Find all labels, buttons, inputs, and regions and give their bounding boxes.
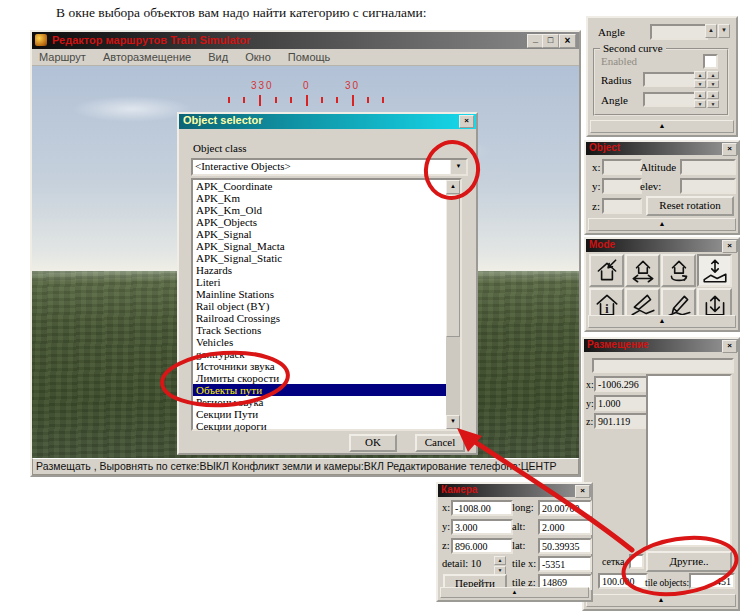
object-class-item[interactable]: Лимиты скорости — [193, 372, 446, 384]
list-scrollbar[interactable]: ▲ ▼ — [446, 180, 460, 429]
placement-y-field[interactable]: 1.000 — [594, 395, 650, 411]
object-class-item[interactable]: APK_Signal_Macta — [193, 240, 446, 252]
reset-rotation-button[interactable]: Reset rotation — [646, 196, 734, 216]
compass-label: 30 — [345, 80, 360, 91]
object-class-item[interactable]: APK_Km — [193, 192, 446, 204]
spinner-up-button[interactable]: ▲ — [494, 556, 506, 565]
lat-field[interactable]: 50.39935 — [538, 538, 592, 554]
collapse-button[interactable]: ▲ — [588, 315, 736, 328]
collapse-button[interactable]: ▲ — [590, 120, 734, 133]
spinner-up-button[interactable]: ▲ — [707, 71, 719, 79]
scroll-thumb[interactable] — [446, 195, 460, 337]
app-titlebar[interactable]: Редактор маршрутов Train Simulator _ □ × — [32, 32, 579, 49]
object-class-item[interactable]: APK_Signal_Static — [193, 252, 446, 264]
menu-item-view[interactable]: Вид — [201, 49, 235, 65]
mode-panel-titlebar[interactable]: Mode × — [586, 239, 738, 252]
mode-adjust-height-button[interactable] — [697, 254, 732, 287]
camera-panel-close-icon[interactable]: × — [575, 485, 590, 498]
mode-panel-close-icon[interactable]: × — [722, 240, 737, 253]
spinner-up-button[interactable]: ▲ — [694, 91, 706, 99]
compass-label: 0 — [303, 80, 311, 91]
collapse-button[interactable]: ▲ — [586, 594, 736, 607]
object-class-item[interactable]: Track Sections — [193, 324, 446, 336]
menu-item-autoplace[interactable]: Авторазмещение — [96, 49, 198, 65]
camera-y-field[interactable]: 3.000 — [451, 519, 513, 535]
menu-item-window[interactable]: Окно — [238, 49, 278, 65]
angle-input[interactable] — [650, 24, 708, 40]
move-object-icon — [629, 257, 657, 285]
altitude-field[interactable] — [680, 159, 736, 175]
object-class-item[interactable]: Источники звука — [193, 360, 446, 372]
spinner-down-button[interactable]: ▼ — [694, 80, 706, 88]
object-y-field[interactable] — [602, 178, 642, 194]
object-panel-titlebar[interactable]: Object × — [586, 142, 738, 155]
elev-field[interactable] — [680, 178, 736, 194]
spinner-up-button[interactable]: ▲ — [705, 24, 717, 38]
menu-item-route[interactable]: Маршрут — [32, 49, 93, 65]
object-z-field[interactable] — [602, 198, 642, 214]
placement-list[interactable] — [646, 374, 732, 547]
object-class-item[interactable]: APK_Coordinate — [193, 180, 446, 192]
mode-move-object-button[interactable] — [625, 254, 660, 287]
alt-field[interactable]: 2.000 — [538, 519, 592, 535]
object-class-item[interactable]: Vehicles — [193, 336, 446, 348]
combo-dropdown-button[interactable]: ▼ — [450, 159, 467, 175]
object-class-item[interactable]: Hazards — [193, 264, 446, 276]
placement-x-field[interactable]: -1006.296 — [594, 376, 650, 392]
camera-panel-titlebar[interactable]: Камера × — [438, 484, 591, 497]
grid-step-field[interactable]: 100.000 — [598, 573, 648, 589]
object-class-item[interactable]: Секции Пути — [193, 408, 446, 420]
camera-x-field[interactable]: -1008.00 — [451, 500, 513, 516]
object-panel-close-icon[interactable]: × — [722, 143, 737, 156]
spinner-down-button[interactable]: ▼ — [707, 80, 719, 88]
angle2-label: Angle — [601, 94, 628, 106]
object-class-list[interactable]: APK_Coordinate APK_Km APK_Km_Old APK_Obj… — [191, 178, 462, 431]
collapse-button[interactable]: ▲ — [588, 218, 736, 231]
close-button[interactable]: × — [559, 34, 576, 48]
object-class-item[interactable]: gantrypack — [193, 348, 446, 360]
object-class-item[interactable]: Регионы звука — [193, 396, 446, 408]
mode-place-object-button[interactable] — [589, 254, 624, 287]
dialog-titlebar[interactable]: Object selector × — [179, 114, 476, 129]
spinner-up-button[interactable]: ▲ — [694, 71, 706, 79]
object-class-item-selected[interactable]: Объекты пути — [193, 384, 446, 396]
object-class-item[interactable]: Railroad Crossings — [193, 312, 446, 324]
camera-panel: Камера × x: -1008.00 long: 20.00700 y: 3… — [436, 482, 593, 602]
placement-z-field[interactable]: 901.119 — [594, 413, 650, 429]
angle2-input[interactable] — [643, 92, 697, 107]
long-field[interactable]: 20.00700 — [538, 500, 592, 516]
dialog-close-icon[interactable]: × — [459, 115, 474, 128]
grid-checkbox[interactable] — [629, 554, 644, 569]
placement-name-field[interactable] — [592, 358, 734, 373]
others-button[interactable]: Другие.. — [646, 551, 732, 572]
spinner-down-button[interactable]: ▼ — [718, 24, 730, 38]
mode-rotate-object-button[interactable] — [661, 254, 696, 287]
object-class-item[interactable]: Literi — [193, 276, 446, 288]
page-caption: В окне выбора объектов вам надо найти ка… — [56, 5, 427, 21]
radius-input[interactable] — [643, 72, 697, 87]
object-class-item[interactable]: APK_Signal — [193, 228, 446, 240]
camera-z-field[interactable]: 896.000 — [451, 538, 513, 554]
object-class-item[interactable]: Секции дороги — [193, 420, 446, 432]
object-class-combobox[interactable]: <Interactive Objects> ▼ — [191, 158, 468, 176]
collapse-button[interactable]: ▲ — [440, 587, 589, 598]
detail-spinner[interactable]: ▲ ▼ — [494, 556, 506, 575]
spinner-up-button[interactable]: ▲ — [707, 91, 719, 99]
spinner-down-button[interactable]: ▼ — [694, 100, 706, 108]
object-class-item[interactable]: APK_Objects — [193, 216, 446, 228]
scroll-down-button[interactable]: ▼ — [446, 415, 460, 429]
cancel-button[interactable]: Cancel — [415, 434, 465, 452]
scroll-up-button[interactable]: ▲ — [446, 180, 460, 194]
object-x-field[interactable] — [602, 159, 642, 175]
placement-panel-close-icon[interactable]: × — [722, 340, 737, 353]
spinner-down-button[interactable]: ▼ — [707, 100, 719, 108]
enabled-checkbox[interactable] — [703, 54, 718, 69]
ok-button[interactable]: OK — [349, 434, 397, 452]
tile-x-field[interactable]: -5351 — [538, 556, 592, 572]
menu-item-help[interactable]: Помощь — [281, 49, 338, 65]
placement-panel-titlebar[interactable]: Размещение × — [584, 339, 738, 352]
object-class-item[interactable]: APK_Km_Old — [193, 204, 446, 216]
object-class-item[interactable]: Rail object (BY) — [193, 300, 446, 312]
maximize-button[interactable]: □ — [542, 34, 559, 48]
object-class-item[interactable]: Mainline Stations — [193, 288, 446, 300]
